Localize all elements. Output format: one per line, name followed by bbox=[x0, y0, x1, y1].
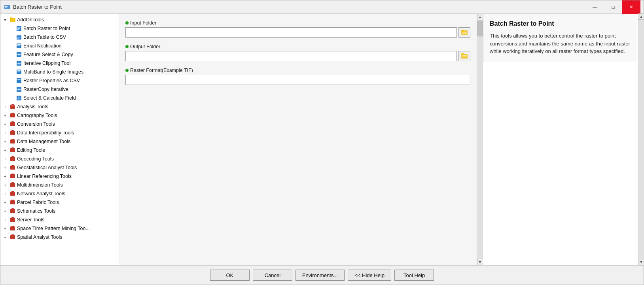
tree-item-geostat[interactable]: + Geostatistical Analyst Tools bbox=[0, 163, 119, 172]
expand-icon: ▼ bbox=[2, 17, 8, 23]
spacer bbox=[8, 43, 15, 49]
scroll-up-button[interactable]: ▲ bbox=[477, 14, 483, 20]
svg-rect-13 bbox=[17, 38, 19, 39]
tool-icon-3 bbox=[16, 43, 22, 49]
svg-rect-74 bbox=[462, 55, 467, 56]
tree-item-raster-props[interactable]: Raster Properties as CSV bbox=[0, 76, 119, 85]
svg-rect-69 bbox=[462, 32, 467, 32]
spacetime-tools-label: Space Time Pattern Mining Too... bbox=[17, 226, 90, 231]
form-fields-container: Input Folder bbox=[119, 14, 477, 265]
geostat-tools-label: Geostatistical Analyst Tools bbox=[17, 165, 77, 170]
tree-item-linear[interactable]: + Linear Referencing Tools bbox=[0, 172, 119, 181]
svg-rect-15 bbox=[17, 44, 21, 45]
input-folder-field: Input Folder bbox=[125, 20, 470, 38]
svg-rect-76 bbox=[462, 57, 467, 57]
raster-format-field: Raster Format(Example TIF) bbox=[125, 68, 470, 85]
network-tools-label: Network Analyst Tools bbox=[17, 191, 65, 196]
toolbox-icon-geocoding bbox=[9, 156, 16, 162]
svg-rect-61 bbox=[10, 218, 15, 222]
scroll-thumb[interactable] bbox=[477, 21, 483, 36]
minimize-button[interactable]: — bbox=[586, 0, 604, 14]
tool-help-button[interactable]: Tool Help bbox=[394, 270, 434, 281]
tree-item-data-interop[interactable]: + Data Interoperability Tools bbox=[0, 128, 119, 137]
schematics-tools-label: Schematics Tools bbox=[17, 208, 55, 214]
tree-item-email[interactable]: Email Notification bbox=[0, 42, 119, 50]
tree-item-spacetime[interactable]: + Space Time Pattern Mining Too... bbox=[0, 224, 119, 233]
input-folder-browse-button[interactable] bbox=[458, 27, 470, 38]
svg-rect-49 bbox=[10, 166, 15, 170]
tree-item-server[interactable]: + Server Tools bbox=[0, 215, 119, 224]
svg-rect-59 bbox=[10, 209, 15, 213]
help-title: Batch Raster to Point bbox=[490, 20, 631, 27]
toolbox-icon-cartography bbox=[9, 112, 16, 119]
tree-item-conversion[interactable]: + Conversion Tools bbox=[0, 120, 119, 128]
svg-rect-1 bbox=[5, 6, 8, 7]
spacer bbox=[8, 51, 15, 58]
maximize-button[interactable]: □ bbox=[604, 0, 622, 14]
tree-item-addontools[interactable]: ▼ AddOnTools bbox=[0, 15, 119, 24]
addon-folder-icon bbox=[9, 17, 16, 23]
hide-help-button[interactable]: << Hide Help bbox=[348, 270, 391, 281]
cancel-button[interactable]: Cancel bbox=[253, 270, 292, 281]
expand-icon-conversion: + bbox=[2, 121, 8, 127]
tree-item-analysis[interactable]: + Analysis Tools bbox=[0, 102, 119, 111]
close-button[interactable]: ✕ bbox=[622, 0, 640, 14]
editing-tools-label: Editing Tools bbox=[17, 147, 45, 153]
spacer bbox=[8, 77, 15, 84]
help-scroll-up[interactable]: ▲ bbox=[638, 14, 644, 20]
expand-icon-geostat: + bbox=[2, 164, 8, 171]
output-folder-input[interactable] bbox=[125, 51, 457, 61]
toolbox-icon-multidim bbox=[9, 182, 16, 188]
svg-rect-75 bbox=[462, 56, 467, 57]
tree-item-network[interactable]: + Network Analyst Tools bbox=[0, 189, 119, 198]
tree-item-multiband[interactable]: MultiBand to Single Images bbox=[0, 68, 119, 76]
window-controls: — □ ✕ bbox=[586, 0, 640, 14]
tree-item-parcel[interactable]: + Parcel Fabric Tools bbox=[0, 198, 119, 207]
tree-item-multidim[interactable]: + Multidimension Tools bbox=[0, 181, 119, 189]
svg-rect-41 bbox=[10, 131, 15, 135]
help-scroll-down[interactable]: ▼ bbox=[638, 259, 644, 265]
svg-rect-36 bbox=[11, 106, 15, 106]
tree-item-batch-raster-to-point[interactable]: Batch Raster to Point bbox=[0, 24, 119, 33]
output-folder-row bbox=[125, 51, 470, 61]
server-tools-label: Server Tools bbox=[17, 217, 44, 223]
rastercopy-label: RasterCopy Iterative bbox=[23, 87, 68, 92]
svg-rect-54 bbox=[11, 182, 14, 183]
expand-icon-cartography: + bbox=[2, 112, 8, 119]
tree-item-spatial[interactable]: + Spatial Analyst Tools bbox=[0, 233, 119, 242]
tree-item-batch-table[interactable]: Batch Table to CSV bbox=[0, 33, 119, 42]
scroll-track bbox=[477, 20, 483, 259]
toolbox-icon-editing bbox=[9, 147, 16, 153]
svg-rect-24 bbox=[17, 70, 21, 71]
scroll-down-button[interactable]: ▼ bbox=[477, 259, 483, 265]
tree-item-cartography[interactable]: + Cartography Tools bbox=[0, 111, 119, 120]
tree-item-iterative-clipping[interactable]: Iterative Clipping Tool bbox=[0, 59, 119, 68]
svg-rect-50 bbox=[11, 165, 14, 166]
output-folder-browse-button[interactable] bbox=[458, 51, 470, 61]
tree-item-geocoding[interactable]: + Geocoding Tools bbox=[0, 155, 119, 163]
tree-item-editing[interactable]: + Editing Tools bbox=[0, 146, 119, 155]
tree-item-select-calc[interactable]: Select & Calculate Field bbox=[0, 94, 119, 102]
spacer bbox=[8, 25, 15, 32]
tree-item-schematics[interactable]: + Schematics Tools bbox=[0, 207, 119, 215]
window-title: Batch Raster to Point bbox=[13, 4, 586, 10]
raster-format-input[interactable] bbox=[125, 75, 470, 85]
input-folder-input[interactable] bbox=[125, 27, 457, 38]
svg-rect-25 bbox=[17, 72, 20, 72]
form-section: Input Folder bbox=[119, 14, 483, 265]
tree-item-feature-select[interactable]: Feature Select & Copy bbox=[0, 50, 119, 59]
svg-rect-73 bbox=[461, 53, 464, 55]
svg-rect-71 bbox=[462, 33, 467, 34]
ok-button[interactable]: OK bbox=[210, 270, 250, 281]
environments-button[interactable]: Environments... bbox=[295, 270, 345, 281]
svg-rect-68 bbox=[461, 30, 464, 31]
tree-item-data-mgmt[interactable]: + Data Management Tools bbox=[0, 137, 119, 146]
svg-rect-37 bbox=[10, 113, 15, 117]
svg-rect-52 bbox=[11, 174, 14, 175]
linear-tools-label: Linear Referencing Tools bbox=[17, 174, 72, 179]
button-bar: OK Cancel Environments... << Hide Help T… bbox=[0, 265, 644, 285]
app-window: Batch Raster to Point — □ ✕ ▼ AddOnTools bbox=[0, 0, 644, 285]
tool-icon-2 bbox=[16, 34, 22, 40]
svg-rect-40 bbox=[11, 121, 14, 123]
tree-item-rastercopy[interactable]: RasterCopy Iterative bbox=[0, 85, 119, 94]
